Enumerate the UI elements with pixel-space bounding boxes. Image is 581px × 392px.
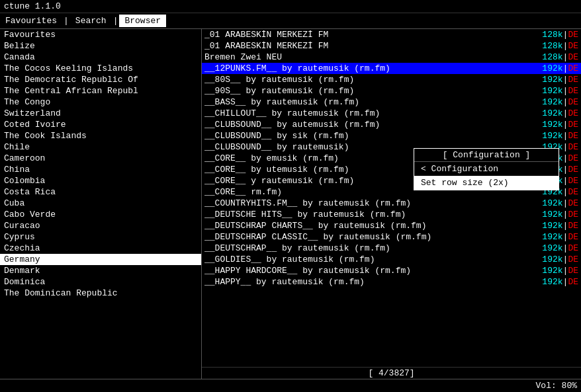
station-list: _01 ARABESKİN MERKEZİ FM128k|DE_01 ARABE…	[202, 29, 581, 367]
station-meta: 192k|DE	[542, 232, 578, 242]
context-menu-item[interactable]: < Configuration	[414, 162, 559, 176]
titlebar: ctune 1.1.0	[0, 0, 581, 13]
sidebar-item[interactable]: Cyprus	[0, 231, 201, 243]
sidebar-item[interactable]: Cameroon	[0, 153, 201, 164]
station-name: __DEUTSCHE HITS__ by rautemusik (rm.fm)	[204, 210, 537, 219]
station-item[interactable]: _01 ARABESKİN MERKEZİ FM128k|DE	[202, 29, 581, 40]
station-meta: 128k|DE	[542, 52, 578, 62]
sidebar-item[interactable]: The Central African Republ	[0, 85, 201, 97]
station-item[interactable]: __12PUNKS.FM__ by rautemusik (rm.fm)192k…	[202, 63, 581, 74]
station-item[interactable]: Bremen Zwei NEU128k|DE	[202, 52, 581, 63]
station-meta: 192k|DE	[542, 243, 578, 253]
station-item[interactable]: __DEUTSCHRAP CLASSIC__ by rautemusik (rm…	[202, 231, 581, 243]
context-menu: [ Configuration ] < ConfigurationSet row…	[414, 148, 559, 190]
sidebar-item[interactable]: The Cocos Keeling Islands	[0, 63, 201, 74]
station-name: _01 ARABESKİN MERKEZİ FM	[204, 30, 537, 40]
station-name: __HAPPY HARDCORE__ by rautemusik (rm.fm)	[204, 266, 537, 276]
sidebar-item[interactable]: Colombia	[0, 175, 201, 186]
sidebar-item[interactable]: Cabo Verde	[0, 209, 201, 220]
station-meta: 192k|DE	[542, 97, 578, 107]
station-meta: 192k|DE	[542, 108, 578, 118]
main-area: FavouritesBelizeCanadaThe Cocos Keeling …	[0, 29, 581, 379]
sidebar-item[interactable]: China	[0, 164, 201, 175]
station-item[interactable]: __CLUBSOUND__ by autemusik (rm.fm)192k|D…	[202, 119, 581, 130]
station-name: __DEUTSCHRAP CHARTS__ by rautemusik (rm.…	[204, 221, 537, 231]
station-item[interactable]: __CHILLOUT__ by rautemusik (rm.fm)192k|D…	[202, 108, 581, 119]
station-item[interactable]: __80S__ by rautemusik (rm.fm)192k|DE	[202, 74, 581, 85]
station-meta: 192k|DE	[542, 131, 578, 141]
sidebar-item[interactable]: Favourites	[0, 29, 201, 40]
context-menu-item[interactable]: Set row size (2x)	[414, 176, 559, 190]
sidebar-item[interactable]: Denmark	[0, 265, 201, 276]
station-name: __CLUBSOUND__ by autemusik (rm.fm)	[204, 120, 537, 130]
station-meta: 192k|DE	[542, 75, 578, 85]
station-name: __CLUBSOUND__ by sik (rm.fm)	[204, 131, 537, 141]
station-item[interactable]: __DEUTSCHRAP__ by rautemusik (rm.fm)192k…	[202, 243, 581, 254]
station-item[interactable]: _01 ARABESKİN MERKEZİ FM128k|DE	[202, 40, 581, 52]
station-meta: 192k|DE	[542, 210, 578, 219]
context-menu-title: [ Configuration ]	[414, 149, 559, 162]
sidebar-item[interactable]: Belize	[0, 40, 201, 52]
station-item[interactable]: __HAPPY__ by rautemusik (rm.fm)192k|DE	[202, 276, 581, 288]
station-meta: 192k|DE	[542, 198, 578, 208]
statusbar-right: Vol: 80%	[536, 381, 577, 391]
app-title: ctune 1.1.0	[4, 1, 61, 11]
station-item[interactable]: __DEUTSCHRAP CHARTS__ by rautemusik (rm.…	[202, 220, 581, 231]
nav-favourites[interactable]: Favourites	[0, 15, 62, 27]
volume-label: Vol:	[536, 381, 557, 391]
station-meta: 192k|DE	[542, 255, 578, 264]
station-name: __CHILLOUT__ by rautemusik (rm.fm)	[204, 108, 537, 118]
station-meta: 192k|DE	[542, 120, 578, 130]
station-meta: 192k|DE	[542, 221, 578, 231]
station-name: Bremen Zwei NEU	[204, 52, 537, 62]
navbar: Favourites | Search | Browser	[0, 13, 581, 29]
nav-browser[interactable]: Browser	[119, 15, 166, 27]
station-name: __HAPPY__ by rautemusik (rm.fm)	[204, 277, 537, 287]
sidebar: FavouritesBelizeCanadaThe Cocos Keeling …	[0, 29, 202, 379]
sidebar-item[interactable]: Canada	[0, 52, 201, 63]
pagination-text: [ 4/3827]	[368, 368, 414, 378]
volume-number: 80%	[562, 381, 577, 391]
station-item[interactable]: __BASS__ by rautemusik (rm.fm)192k|DE	[202, 97, 581, 108]
station-name: _01 ARABESKİN MERKEZİ FM	[204, 41, 537, 51]
sidebar-item[interactable]: The Congo	[0, 97, 201, 108]
station-name: __90S__ by rautemusik (rm.fm)	[204, 86, 537, 96]
station-meta: 192k|DE	[542, 277, 578, 287]
station-meta: 192k|DE	[542, 86, 578, 96]
station-name: __DEUTSCHRAP CLASSIC__ by rautemusik (rm…	[204, 232, 537, 242]
station-meta: 128k|DE	[542, 30, 578, 40]
station-name: __12PUNKS.FM__ by rautemusik (rm.fm)	[204, 63, 537, 73]
station-item[interactable]: __CLUBSOUND__ by sik (rm.fm)192k|DE	[202, 130, 581, 141]
context-menu-items: < ConfigurationSet row size (2x)	[414, 162, 559, 190]
station-item[interactable]: __90S__ by rautemusik (rm.fm)192k|DE	[202, 85, 581, 97]
station-item[interactable]: __COUNTRYHITS.FM__ by rautemusik (rm.fm)…	[202, 198, 581, 209]
station-name: __COUNTRYHITS.FM__ by rautemusik (rm.fm)	[204, 198, 537, 208]
station-name: __80S__ by rautemusik (rm.fm)	[204, 75, 537, 85]
sidebar-item[interactable]: Chile	[0, 141, 201, 153]
sidebar-item[interactable]: Cuba	[0, 198, 201, 209]
pagination: [ 4/3827]	[202, 367, 581, 379]
sidebar-item[interactable]: Curacao	[0, 220, 201, 231]
station-name: __BASS__ by rautemusik (rm.fm)	[204, 97, 537, 107]
station-meta: 192k|DE	[542, 266, 578, 276]
nav-search[interactable]: Search	[70, 15, 112, 27]
sidebar-item[interactable]: Dominica	[0, 276, 201, 288]
sidebar-item[interactable]: Germany	[0, 254, 201, 265]
sidebar-item[interactable]: Switzerland	[0, 108, 201, 119]
station-meta: 192k|DE	[542, 63, 578, 73]
station-name: __GOLDIES__ by rautemusik (rm.fm)	[204, 255, 537, 264]
station-item[interactable]: __HAPPY HARDCORE__ by rautemusik (rm.fm)…	[202, 265, 581, 276]
sidebar-item[interactable]: Costa Rica	[0, 186, 201, 198]
station-item[interactable]: __GOLDIES__ by rautemusik (rm.fm)192k|DE	[202, 254, 581, 265]
station-item[interactable]: __DEUTSCHE HITS__ by rautemusik (rm.fm)1…	[202, 209, 581, 220]
statusbar: Vol: 80%	[0, 379, 581, 392]
station-meta: 128k|DE	[542, 41, 578, 51]
sidebar-item[interactable]: The Dominican Republic	[0, 288, 201, 299]
sidebar-item[interactable]: The Democratic Republic Of	[0, 74, 201, 85]
sidebar-item[interactable]: Czechia	[0, 243, 201, 254]
station-name: __DEUTSCHRAP__ by rautemusik (rm.fm)	[204, 243, 537, 253]
sidebar-item[interactable]: The Cook Islands	[0, 130, 201, 141]
sidebar-item[interactable]: Coted Ivoire	[0, 119, 201, 130]
